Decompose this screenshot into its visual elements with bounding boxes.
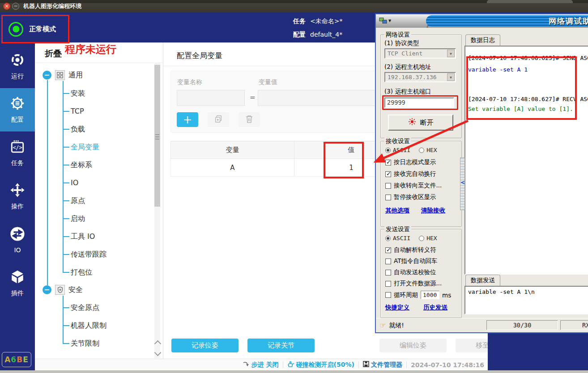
checkbox[interactable]: [385, 292, 391, 298]
step-mode-status[interactable]: 步进 关闭: [243, 361, 279, 369]
separator: [406, 361, 407, 368]
edit-pose-button[interactable]: 编辑位姿: [379, 339, 447, 352]
tree-item-conveyor[interactable]: 传送带跟踪: [35, 249, 142, 260]
io-arrows-icon: [10, 226, 25, 243]
sidebar-item-operate[interactable]: 操作: [0, 175, 35, 218]
sidebar-item-task[interactable]: </> 任务: [0, 131, 35, 175]
var-name-input[interactable]: [177, 90, 245, 106]
window-title: 机器人图形化编程环境: [23, 2, 81, 10]
file-manager-status[interactable]: 文件管理器: [363, 361, 402, 369]
badge-char: A: [4, 355, 11, 364]
tree-item-joint-limit[interactable]: 关节限制: [35, 338, 142, 349]
collision-status[interactable]: 碰撞检测开启(50%): [287, 361, 354, 369]
cycle-input[interactable]: 1000: [421, 291, 439, 299]
config-line: 配置default_4*: [293, 31, 342, 39]
tree-item-robot-limit[interactable]: 机器人限制: [35, 320, 142, 331]
file-source-option[interactable]: 打开文件数据源...: [385, 280, 442, 288]
hex-radio[interactable]: [419, 236, 424, 241]
sidebar-item-plugin[interactable]: 插件: [0, 262, 35, 305]
add-variable-button[interactable]: +: [177, 112, 198, 127]
tree-item-label: 关节限制: [71, 338, 99, 349]
checkbox-checked[interactable]: [385, 171, 391, 177]
option-label: 打开文件数据源...: [394, 280, 442, 288]
tree-item-label: 打包位: [71, 267, 92, 278]
value-highlight-annotation: [324, 142, 364, 178]
var-value-label: 变量值: [259, 78, 277, 86]
checkbox[interactable]: [385, 281, 391, 287]
clear-receive-link[interactable]: 清除接收: [421, 207, 445, 215]
data-send-tab[interactable]: 数据发送: [465, 275, 500, 286]
net-titlebar[interactable]: ▼ 网络调试助手: [376, 14, 588, 28]
log-mode-option[interactable]: 按日志模式显示: [385, 158, 436, 166]
tree-item-global-vars[interactable]: 全局变量: [35, 141, 142, 153]
scrollbar-thumb[interactable]: [154, 65, 160, 207]
hex-radio[interactable]: [419, 148, 424, 153]
tree-item-startup[interactable]: 启动: [35, 213, 142, 225]
close-button[interactable]: ×: [3, 3, 10, 10]
auto-checksum-option[interactable]: 自动发送校验位: [385, 268, 436, 276]
host-select[interactable]: 192.168.37.136▼: [384, 72, 456, 82]
ascii-radio[interactable]: [385, 148, 391, 153]
minimize-button[interactable]: −: [12, 3, 19, 10]
checkbox[interactable]: [385, 195, 391, 200]
checkbox-checked[interactable]: [385, 160, 391, 165]
svg-text:</>: </>: [13, 144, 22, 151]
sidebar-item-run[interactable]: 运行: [0, 45, 35, 88]
tree-item-io[interactable]: IO: [35, 177, 142, 189]
gear-icon: [10, 96, 25, 113]
sidebar-item-io[interactable]: IO: [0, 218, 35, 262]
ascii-radio[interactable]: [385, 236, 391, 241]
col-header-variable: 变量: [171, 141, 294, 158]
checkbox[interactable]: [385, 183, 391, 189]
at-return-option[interactable]: AT指令自动回车: [385, 257, 437, 265]
checkbox-checked[interactable]: [385, 247, 391, 253]
tree-scrollbar[interactable]: [154, 63, 160, 358]
quick-define-link[interactable]: 快捷定义: [385, 304, 409, 312]
collapse-label[interactable]: 折叠: [45, 48, 62, 59]
port-highlight-annotation: [382, 95, 458, 110]
delete-button[interactable]: [239, 112, 260, 127]
data-send-area[interactable]: variable -set A 1\n: [464, 286, 588, 314]
network-settings-group: 网络设置 (1) 协议类型 TCP Client▼ (2) 远程主机地址 192…: [380, 34, 462, 138]
tree-item-home[interactable]: 原点: [35, 195, 142, 207]
parse-escape-option[interactable]: 自动解析转义符: [385, 246, 436, 254]
network-app-icon[interactable]: ▼: [379, 17, 391, 24]
page-title: 配置全局变量: [177, 51, 222, 61]
checkbox[interactable]: [385, 259, 391, 264]
history-send-link[interactable]: 历史发送: [423, 304, 447, 312]
cycle-option[interactable]: 循环周期1000ms: [385, 291, 451, 299]
tree-item-label: 原点: [71, 195, 85, 207]
checkbox[interactable]: [385, 270, 391, 276]
record-joint-button[interactable]: 记录关节: [247, 339, 315, 352]
data-log-tab[interactable]: 数据日志: [465, 34, 500, 46]
auto-newline-option[interactable]: 接收完自动换行: [385, 170, 436, 178]
collision-icon: [287, 361, 294, 369]
cycle-unit: ms: [442, 292, 451, 299]
record-pose-button[interactable]: 记录位姿: [171, 339, 239, 352]
tree-item-payload[interactable]: 负载: [35, 123, 142, 135]
tree-item-pallet[interactable]: 打包位: [35, 267, 142, 278]
panel-splitter[interactable]: <: [460, 157, 465, 210]
tree-node-general[interactable]: 通用: [35, 69, 142, 81]
disconnect-button[interactable]: 断开: [388, 114, 453, 131]
tree-item-coord[interactable]: 坐标系: [35, 159, 142, 171]
tree-item-tcp[interactable]: TCP: [35, 106, 142, 117]
sidebar-item-config[interactable]: 配置: [0, 88, 35, 131]
dropdown-arrow-icon[interactable]: ▼: [447, 73, 455, 81]
duplicate-button[interactable]: [208, 112, 229, 127]
collapse-minus-icon[interactable]: [43, 71, 51, 80]
tree-node-safety[interactable]: 安全: [35, 284, 142, 296]
tree-item-install[interactable]: 安装: [35, 88, 142, 99]
net-window-title: 网络调试助手: [549, 16, 588, 26]
option-label: 自动发送校验位: [394, 268, 436, 276]
pause-recv-option[interactable]: 暂停接收区显示: [385, 193, 436, 201]
clock: 2024-07-10 17:48:16: [411, 361, 484, 369]
protocol-select[interactable]: TCP Client▼: [384, 48, 456, 59]
tree-item-tool-io[interactable]: 工具 IO: [35, 231, 142, 242]
other-options-link[interactable]: 其他选项: [385, 207, 409, 215]
recv-to-file-option[interactable]: 接收转向至文件...: [385, 182, 442, 190]
os-titlebar: × − 机器人图形化编程环境: [0, 0, 588, 13]
tree-item-safe-home[interactable]: 安全原点: [35, 302, 142, 314]
collapse-minus-icon[interactable]: [43, 285, 51, 294]
dropdown-arrow-icon[interactable]: ▼: [447, 50, 455, 57]
